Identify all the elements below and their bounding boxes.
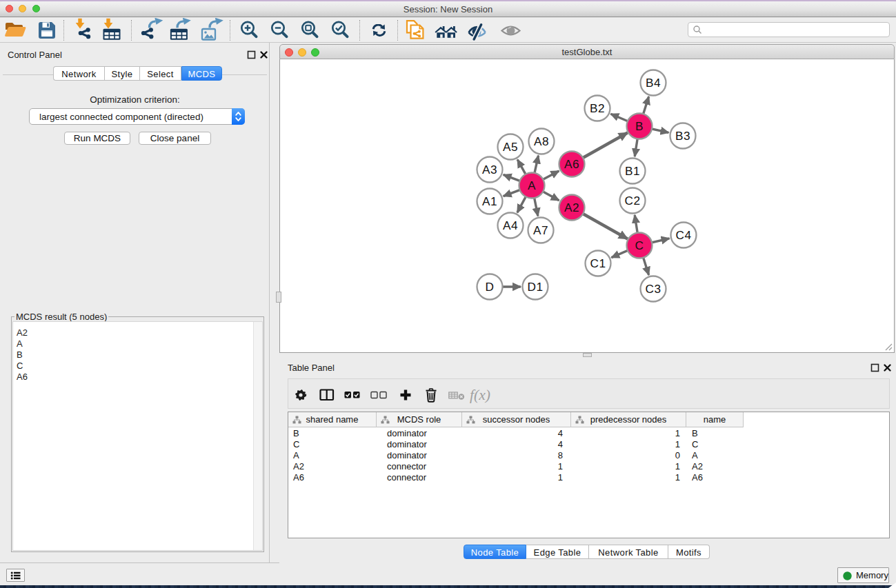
svg-text:C1: C1 [590, 256, 606, 270]
svg-text:B1: B1 [625, 164, 640, 178]
svg-text:f(x): f(x) [470, 387, 490, 403]
svg-text:B2: B2 [590, 101, 605, 115]
svg-text:A7: A7 [533, 223, 548, 237]
svg-text:C: C [635, 239, 644, 252]
svg-text:A6: A6 [564, 157, 579, 171]
svg-text:A: A [528, 179, 536, 192]
svg-text:B3: B3 [675, 129, 690, 143]
svg-text:C2: C2 [624, 194, 640, 207]
svg-text:A8: A8 [534, 134, 549, 148]
svg-text:A4: A4 [503, 219, 518, 232]
svg-text:D1: D1 [527, 280, 543, 294]
svg-text:B4: B4 [646, 76, 661, 90]
svg-text:C3: C3 [645, 282, 661, 296]
svg-text:A2: A2 [564, 201, 579, 214]
svg-text:A3: A3 [482, 163, 497, 176]
svg-text:B: B [635, 119, 644, 133]
svg-text:D: D [485, 280, 494, 294]
svg-text:A5: A5 [503, 140, 518, 154]
svg-text:C4: C4 [675, 228, 691, 242]
svg-text:A1: A1 [482, 194, 497, 208]
